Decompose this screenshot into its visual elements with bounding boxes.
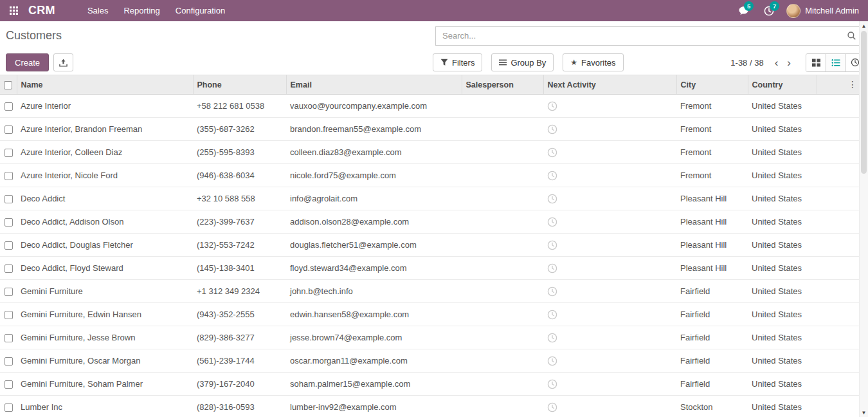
table-row[interactable]: Deco Addict, Douglas Fletcher (132)-553-… bbox=[0, 234, 859, 257]
user-menu[interactable]: Mitchell Admin bbox=[784, 4, 862, 18]
cell-country[interactable]: United States bbox=[748, 164, 817, 187]
cell-email[interactable]: nicole.ford75@example.com bbox=[286, 164, 462, 187]
cell-next-activity[interactable] bbox=[543, 187, 676, 210]
cell-email[interactable]: floyd.steward34@example.com bbox=[286, 257, 462, 280]
cell-next-activity[interactable] bbox=[543, 280, 676, 303]
cell-salesperson[interactable] bbox=[462, 187, 543, 210]
cell-email[interactable]: brandon.freeman55@example.com bbox=[286, 118, 462, 141]
cell-name[interactable]: Lumber Inc bbox=[17, 396, 193, 417]
cell-city[interactable]: Pleasant Hill bbox=[676, 210, 748, 234]
cell-name[interactable]: Gemini Furniture, Oscar Morgan bbox=[17, 349, 193, 373]
table-row[interactable]: Gemini Furniture, Edwin Hansen (943)-352… bbox=[0, 303, 859, 326]
next-activity-clock-icon[interactable] bbox=[547, 171, 557, 181]
cell-next-activity[interactable] bbox=[543, 95, 676, 118]
row-checkbox[interactable] bbox=[5, 241, 13, 250]
cell-salesperson[interactable] bbox=[462, 280, 543, 303]
next-activity-clock-icon[interactable] bbox=[547, 101, 557, 111]
cell-country[interactable]: United States bbox=[748, 349, 817, 373]
cell-salesperson[interactable] bbox=[462, 373, 543, 396]
row-checkbox[interactable] bbox=[5, 311, 13, 319]
cell-name[interactable]: Gemini Furniture, Soham Palmer bbox=[17, 373, 193, 396]
kanban-view-button[interactable] bbox=[806, 54, 826, 71]
cell-city[interactable]: Pleasant Hill bbox=[676, 257, 748, 280]
cell-name[interactable]: Azure Interior bbox=[17, 95, 193, 118]
next-activity-clock-icon[interactable] bbox=[547, 263, 557, 273]
cell-phone[interactable]: +32 10 588 558 bbox=[193, 187, 286, 210]
cell-country[interactable]: United States bbox=[748, 303, 817, 326]
apps-menu-icon[interactable] bbox=[5, 0, 22, 21]
menu-configuration[interactable]: Configuration bbox=[168, 0, 233, 21]
row-checkbox[interactable] bbox=[5, 288, 13, 296]
messages-button[interactable]: 5 bbox=[732, 0, 754, 21]
pager-previous-button[interactable]: ‹ bbox=[770, 57, 783, 68]
header-country[interactable]: Country bbox=[748, 75, 817, 95]
table-row[interactable]: Azure Interior +58 212 681 0538 vauxoo@y… bbox=[0, 95, 859, 118]
favorites-button[interactable]: ★ Favorites bbox=[563, 53, 623, 71]
cell-email[interactable]: colleen.diaz83@example.com bbox=[286, 141, 462, 164]
cell-phone[interactable]: (561)-239-1744 bbox=[193, 349, 286, 373]
cell-name[interactable]: Gemini Furniture, Jesse Brown bbox=[17, 326, 193, 349]
pager-next-button[interactable]: › bbox=[782, 57, 795, 68]
next-activity-clock-icon[interactable] bbox=[547, 333, 557, 343]
cell-country[interactable]: United States bbox=[748, 141, 817, 164]
cell-phone[interactable]: (255)-595-8393 bbox=[193, 141, 286, 164]
select-all-checkbox-cell[interactable] bbox=[0, 75, 17, 95]
cell-salesperson[interactable] bbox=[462, 118, 543, 141]
row-checkbox-cell[interactable] bbox=[0, 141, 17, 164]
row-checkbox[interactable] bbox=[5, 380, 13, 389]
cell-next-activity[interactable] bbox=[543, 234, 676, 257]
cell-name[interactable]: Gemini Furniture bbox=[17, 280, 193, 303]
cell-salesperson[interactable] bbox=[462, 303, 543, 326]
cell-phone[interactable]: (379)-167-2040 bbox=[193, 373, 286, 396]
row-checkbox-cell[interactable] bbox=[0, 164, 17, 187]
menu-sales[interactable]: Sales bbox=[80, 0, 116, 21]
table-row[interactable]: Gemini Furniture +1 312 349 2324 john.b@… bbox=[0, 280, 859, 303]
cell-phone[interactable]: (828)-316-0593 bbox=[193, 396, 286, 417]
header-phone[interactable]: Phone bbox=[193, 75, 286, 95]
header-name[interactable]: Name bbox=[17, 75, 193, 95]
table-row[interactable]: Azure Interior, Colleen Diaz (255)-595-8… bbox=[0, 141, 859, 164]
row-checkbox-cell[interactable] bbox=[0, 118, 17, 141]
next-activity-clock-icon[interactable] bbox=[547, 147, 557, 158]
scroll-down-arrow[interactable]: ▼ bbox=[860, 408, 868, 417]
cell-country[interactable]: United States bbox=[748, 210, 817, 234]
next-activity-clock-icon[interactable] bbox=[547, 310, 557, 320]
cell-email[interactable]: vauxoo@yourcompany.example.com bbox=[286, 95, 462, 118]
table-row[interactable]: Gemini Furniture, Jesse Brown (829)-386-… bbox=[0, 326, 859, 349]
cell-phone[interactable]: (355)-687-3262 bbox=[193, 118, 286, 141]
scrollbar-thumb[interactable] bbox=[861, 31, 867, 174]
app-brand[interactable]: CRM bbox=[28, 4, 55, 17]
cell-phone[interactable]: (223)-399-7637 bbox=[193, 210, 286, 234]
row-checkbox-cell[interactable] bbox=[0, 326, 17, 349]
cell-country[interactable]: United States bbox=[748, 257, 817, 280]
cell-next-activity[interactable] bbox=[543, 141, 676, 164]
row-checkbox[interactable] bbox=[5, 357, 13, 366]
row-checkbox-cell[interactable] bbox=[0, 349, 17, 373]
next-activity-clock-icon[interactable] bbox=[547, 379, 557, 389]
table-row[interactable]: Lumber Inc (828)-316-0593 lumber-inv92@e… bbox=[0, 396, 859, 417]
next-activity-clock-icon[interactable] bbox=[547, 286, 557, 297]
row-checkbox-cell[interactable] bbox=[0, 257, 17, 280]
table-row[interactable]: Azure Interior, Nicole Ford (946)-638-60… bbox=[0, 164, 859, 187]
list-view-button[interactable] bbox=[826, 54, 845, 71]
search-button[interactable] bbox=[842, 27, 861, 45]
cell-email[interactable]: soham.palmer15@example.com bbox=[286, 373, 462, 396]
cell-name[interactable]: Azure Interior, Colleen Diaz bbox=[17, 141, 193, 164]
cell-city[interactable]: Pleasant Hill bbox=[676, 234, 748, 257]
cell-name[interactable]: Deco Addict bbox=[17, 187, 193, 210]
cell-salesperson[interactable] bbox=[462, 141, 543, 164]
next-activity-clock-icon[interactable] bbox=[547, 194, 557, 204]
cell-next-activity[interactable] bbox=[543, 257, 676, 280]
header-email[interactable]: Email bbox=[286, 75, 462, 95]
cell-city[interactable]: Stockton bbox=[676, 396, 748, 417]
cell-salesperson[interactable] bbox=[462, 210, 543, 234]
cell-country[interactable]: United States bbox=[748, 118, 817, 141]
next-activity-clock-icon[interactable] bbox=[547, 402, 557, 412]
cell-next-activity[interactable] bbox=[543, 396, 676, 417]
row-checkbox-cell[interactable] bbox=[0, 234, 17, 257]
header-city[interactable]: City bbox=[676, 75, 748, 95]
cell-phone[interactable]: +1 312 349 2324 bbox=[193, 280, 286, 303]
row-checkbox-cell[interactable] bbox=[0, 95, 17, 118]
cell-phone[interactable]: +58 212 681 0538 bbox=[193, 95, 286, 118]
cell-next-activity[interactable] bbox=[543, 373, 676, 396]
